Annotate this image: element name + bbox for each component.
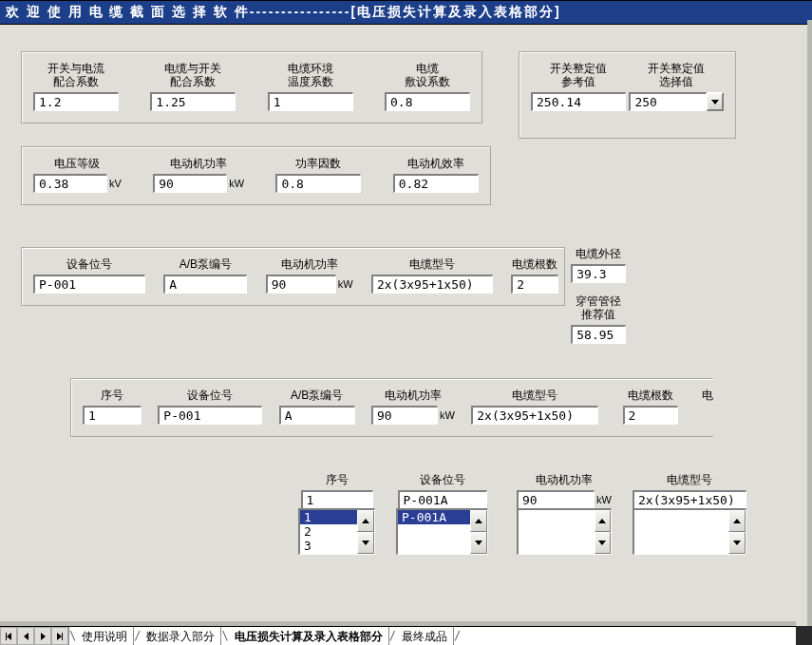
line-motor-input[interactable]	[371, 406, 438, 425]
switch-sel-label: 开关整定值 选择值	[648, 62, 705, 88]
list-item[interactable]: 1	[300, 510, 357, 524]
device-no-label: 设备位号	[66, 257, 112, 271]
title-bar: 欢 迎 使 用 电 缆 截 面 选 择 软 件----------------[…	[0, 0, 812, 25]
form-area: 开关与电流 配合系数 电缆与开关 配合系数 电缆环境 温度系数 电缆 敷设系数 …	[0, 25, 812, 555]
power-group: 电压等级 kV 电动机功率 kW 功率因数 电动机效率	[21, 146, 491, 205]
list-cable-label: 电缆型号	[667, 473, 712, 486]
cable-od-label: 电缆外径	[576, 247, 621, 260]
cable-listbox[interactable]	[634, 510, 728, 554]
switch-ref-label: 开关整定值 参考值	[550, 62, 607, 88]
corner-grip	[796, 626, 812, 645]
chevron-up-icon[interactable]	[728, 510, 746, 532]
line-cable-type-input[interactable]	[471, 406, 598, 425]
cable-switch-coef-input[interactable]	[150, 92, 236, 111]
seq-listbox[interactable]: 1 2 3	[300, 510, 357, 554]
cable-type-label: 电缆型号	[409, 257, 455, 271]
motor-listbox[interactable]	[519, 510, 595, 554]
line-device-label: 设备位号	[187, 389, 233, 402]
motor-power-label: 电动机功率	[170, 157, 227, 170]
switch-current-coef-input[interactable]	[33, 92, 119, 111]
line-group: 序号 设备位号 A/B泵编号 电动机功率 kW 电缆型号	[70, 378, 713, 437]
line-device-input[interactable]	[158, 406, 262, 425]
eff-input[interactable]	[393, 174, 479, 193]
list-seq-input[interactable]	[301, 490, 373, 509]
device-motor-power-label: 电动机功率	[281, 257, 338, 271]
device-no-input[interactable]	[33, 275, 145, 294]
eff-label: 电动机效率	[407, 157, 464, 170]
pump-input[interactable]	[163, 275, 247, 294]
device-scrollbar[interactable]	[470, 510, 487, 554]
cable-count-input[interactable]	[511, 275, 558, 294]
line-pump-input[interactable]	[279, 406, 355, 425]
tab-nav-prev-icon[interactable]	[17, 627, 34, 645]
switch-setting-group: 开关整定值 参考值 开关整定值 选择值	[519, 51, 736, 139]
tab-nav-last-icon[interactable]	[51, 627, 68, 645]
list-item[interactable]: 3	[300, 539, 357, 553]
chevron-down-icon[interactable]	[595, 532, 611, 554]
chevron-up-icon[interactable]	[470, 510, 487, 532]
device-group: 设备位号 A/B泵编号 电动机功率 kW 电缆型号 电缆根数	[21, 247, 565, 306]
tab-nav-next-icon[interactable]	[34, 627, 51, 645]
tab-nav-buttons	[0, 627, 69, 645]
line-cable-type-label: 电缆型号	[512, 389, 557, 402]
list-cable-input[interactable]	[633, 490, 746, 509]
line-motor-unit: kW	[440, 409, 455, 421]
cable-env-coef-label: 电缆环境 温度系数	[288, 62, 333, 88]
cable-switch-coef-label: 电缆与开关 配合系数	[164, 62, 221, 88]
switch-sel-combo[interactable]	[629, 92, 724, 111]
line-motor-label: 电动机功率	[385, 389, 442, 402]
sheet-tab-bar: \ 使用说明 / 数据录入部分 \ 电压损失计算及录入表格部分 / 最终成品 /	[0, 626, 812, 645]
chevron-up-icon[interactable]	[357, 510, 374, 532]
voltage-label: 电压等级	[54, 157, 100, 170]
pf-input[interactable]	[275, 174, 361, 193]
tab-nav-first-icon[interactable]	[0, 627, 17, 645]
tab-final[interactable]: 最终成品	[396, 627, 454, 645]
list-device-input[interactable]	[398, 490, 487, 509]
switch-ref-input[interactable]	[531, 92, 626, 111]
pipe-label: 穿管管径 推荐值	[576, 294, 621, 321]
title-text: 欢 迎 使 用 电 缆 截 面 选 择 软 件----------------[…	[6, 4, 561, 19]
motor-power-unit: kW	[229, 178, 244, 189]
seq-input[interactable]	[83, 406, 142, 425]
list-seq-label: 序号	[326, 473, 349, 486]
vertical-scrollbar[interactable]	[807, 20, 812, 626]
motor-power-input[interactable]	[153, 174, 227, 193]
line-pump-label: A/B泵编号	[291, 389, 343, 402]
chevron-down-icon[interactable]	[470, 532, 487, 554]
list-item[interactable]: 2	[300, 524, 357, 539]
seq-scrollbar[interactable]	[357, 510, 374, 554]
pf-label: 功率因数	[295, 157, 341, 170]
seq-label: 序号	[101, 389, 123, 402]
coefficients-group: 开关与电流 配合系数 电缆与开关 配合系数 电缆环境 温度系数 电缆 敷设系数	[21, 51, 482, 123]
line-cable-count-input[interactable]	[623, 406, 678, 425]
cable-env-coef-input[interactable]	[268, 92, 353, 111]
cable-lay-coef-label: 电缆 敷设系数	[405, 62, 450, 88]
device-motor-power-unit: kW	[338, 278, 353, 290]
chevron-down-icon[interactable]	[357, 532, 374, 554]
cable-scrollbar[interactable]	[728, 510, 746, 554]
voltage-unit: kV	[109, 178, 122, 189]
device-motor-power-input[interactable]	[266, 275, 336, 294]
tab-instructions[interactable]: 使用说明	[76, 627, 134, 645]
device-listbox[interactable]: P-001A	[398, 510, 470, 554]
list-motor-unit: kW	[596, 494, 612, 505]
cable-count-label: 电缆根数	[512, 257, 557, 271]
cable-od-input[interactable]	[571, 264, 626, 283]
tab-voltage-loss[interactable]: 电压损失计算及录入表格部分	[229, 627, 389, 645]
chevron-down-icon[interactable]	[707, 92, 724, 111]
pipe-input[interactable]	[571, 325, 626, 344]
pump-label: A/B泵编号	[179, 257, 232, 271]
motor-scrollbar[interactable]	[595, 510, 611, 554]
cable-lay-coef-input[interactable]	[385, 92, 470, 111]
cable-type-input[interactable]	[371, 275, 493, 294]
list-motor-label: 电动机功率	[536, 473, 593, 486]
chevron-up-icon[interactable]	[595, 510, 611, 532]
tab-data-input[interactable]: 数据录入部分	[141, 627, 221, 645]
voltage-input[interactable]	[33, 174, 107, 193]
list-item[interactable]: P-001A	[398, 510, 470, 524]
list-device-label: 设备位号	[420, 473, 465, 486]
line-cable-count-label: 电缆根数	[628, 389, 673, 402]
switch-sel-input[interactable]	[629, 92, 707, 111]
list-motor-input[interactable]	[517, 490, 595, 509]
chevron-down-icon[interactable]	[728, 532, 746, 554]
